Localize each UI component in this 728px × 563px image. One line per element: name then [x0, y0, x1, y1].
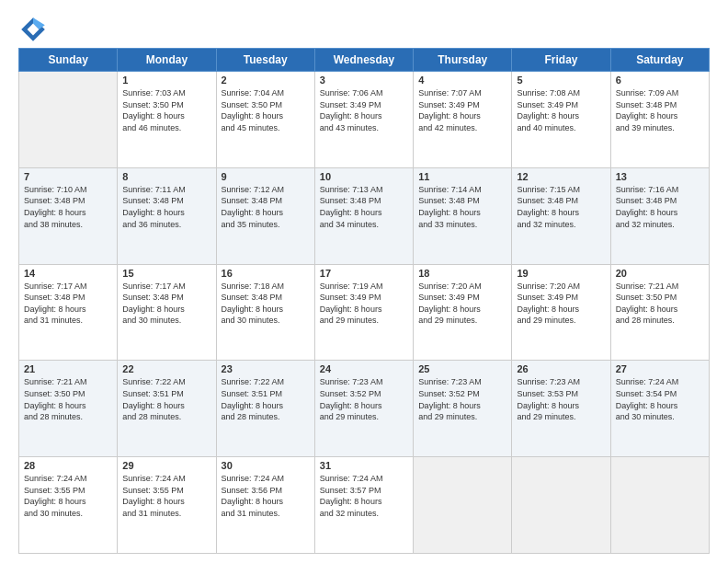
weekday-header-sunday: Sunday — [19, 49, 118, 72]
weekday-header-saturday: Saturday — [610, 49, 709, 72]
calendar-cell: 10Sunrise: 7:13 AM Sunset: 3:48 PM Dayli… — [314, 167, 413, 264]
day-number: 23 — [222, 363, 310, 374]
calendar-cell: 28Sunrise: 7:24 AM Sunset: 3:55 PM Dayli… — [19, 457, 118, 554]
calendar-cell: 6Sunrise: 7:09 AM Sunset: 3:48 PM Daylig… — [610, 72, 709, 168]
calendar-cell: 26Sunrise: 7:23 AM Sunset: 3:53 PM Dayli… — [512, 361, 610, 457]
day-info: Sunrise: 7:23 AM Sunset: 3:53 PM Dayligh… — [517, 376, 605, 422]
day-info: Sunrise: 7:09 AM Sunset: 3:48 PM Dayligh… — [616, 87, 704, 133]
calendar-cell: 3Sunrise: 7:06 AM Sunset: 3:49 PM Daylig… — [314, 72, 413, 168]
day-number: 15 — [122, 268, 210, 279]
day-number: 22 — [122, 363, 210, 374]
day-number: 18 — [418, 268, 506, 279]
calendar-cell: 31Sunrise: 7:24 AM Sunset: 3:57 PM Dayli… — [314, 457, 413, 554]
day-info: Sunrise: 7:22 AM Sunset: 3:51 PM Dayligh… — [222, 376, 310, 422]
calendar-cell: 30Sunrise: 7:24 AM Sunset: 3:56 PM Dayli… — [216, 457, 314, 554]
day-info: Sunrise: 7:08 AM Sunset: 3:49 PM Dayligh… — [517, 87, 605, 133]
calendar-cell — [610, 457, 709, 554]
calendar-cell: 13Sunrise: 7:16 AM Sunset: 3:48 PM Dayli… — [610, 167, 709, 264]
weekday-header-tuesday: Tuesday — [216, 49, 314, 72]
calendar-cell: 29Sunrise: 7:24 AM Sunset: 3:55 PM Dayli… — [118, 457, 216, 554]
day-info: Sunrise: 7:14 AM Sunset: 3:48 PM Dayligh… — [418, 184, 506, 230]
day-info: Sunrise: 7:03 AM Sunset: 3:50 PM Dayligh… — [122, 87, 210, 133]
day-info: Sunrise: 7:04 AM Sunset: 3:50 PM Dayligh… — [222, 87, 310, 133]
day-info: Sunrise: 7:24 AM Sunset: 3:57 PM Dayligh… — [320, 473, 408, 519]
day-info: Sunrise: 7:24 AM Sunset: 3:55 PM Dayligh… — [24, 473, 112, 519]
logo-icon — [18, 15, 48, 44]
day-info: Sunrise: 7:21 AM Sunset: 3:50 PM Dayligh… — [616, 281, 704, 327]
day-number: 8 — [122, 171, 210, 182]
day-number: 29 — [122, 460, 210, 471]
day-number: 2 — [222, 75, 310, 86]
day-number: 17 — [320, 268, 408, 279]
day-number: 3 — [320, 75, 408, 86]
calendar-cell: 19Sunrise: 7:20 AM Sunset: 3:49 PM Dayli… — [512, 264, 610, 361]
calendar-cell: 9Sunrise: 7:12 AM Sunset: 3:48 PM Daylig… — [216, 167, 314, 264]
day-info: Sunrise: 7:18 AM Sunset: 3:48 PM Dayligh… — [222, 281, 310, 327]
calendar-cell: 14Sunrise: 7:17 AM Sunset: 3:48 PM Dayli… — [19, 264, 118, 361]
day-number: 16 — [222, 268, 310, 279]
day-number: 25 — [418, 363, 506, 374]
day-number: 27 — [616, 363, 704, 374]
calendar-cell: 18Sunrise: 7:20 AM Sunset: 3:49 PM Dayli… — [414, 264, 512, 361]
day-info: Sunrise: 7:17 AM Sunset: 3:48 PM Dayligh… — [122, 281, 210, 327]
calendar-cell: 22Sunrise: 7:22 AM Sunset: 3:51 PM Dayli… — [118, 361, 216, 457]
calendar-cell: 7Sunrise: 7:10 AM Sunset: 3:48 PM Daylig… — [19, 167, 118, 264]
day-number: 11 — [418, 171, 506, 182]
day-info: Sunrise: 7:22 AM Sunset: 3:51 PM Dayligh… — [122, 376, 210, 422]
calendar-cell: 27Sunrise: 7:24 AM Sunset: 3:54 PM Dayli… — [610, 361, 709, 457]
day-number: 6 — [616, 75, 704, 86]
day-number: 31 — [320, 460, 408, 471]
day-info: Sunrise: 7:20 AM Sunset: 3:49 PM Dayligh… — [517, 281, 605, 327]
logo — [18, 15, 51, 44]
day-number: 13 — [616, 171, 704, 182]
day-number: 4 — [418, 75, 506, 86]
day-number: 5 — [517, 75, 605, 86]
header — [18, 15, 710, 44]
calendar-cell: 5Sunrise: 7:08 AM Sunset: 3:49 PM Daylig… — [512, 72, 610, 168]
day-info: Sunrise: 7:24 AM Sunset: 3:55 PM Dayligh… — [122, 473, 210, 519]
calendar-cell — [414, 457, 512, 554]
calendar-cell: 21Sunrise: 7:21 AM Sunset: 3:50 PM Dayli… — [19, 361, 118, 457]
calendar-cell: 25Sunrise: 7:23 AM Sunset: 3:52 PM Dayli… — [414, 361, 512, 457]
weekday-header-monday: Monday — [118, 49, 216, 72]
weekday-header-thursday: Thursday — [414, 49, 512, 72]
calendar-cell — [19, 72, 118, 168]
day-number: 14 — [24, 268, 112, 279]
weekday-header-friday: Friday — [512, 49, 610, 72]
day-info: Sunrise: 7:23 AM Sunset: 3:52 PM Dayligh… — [320, 376, 408, 422]
day-number: 24 — [320, 363, 408, 374]
day-info: Sunrise: 7:13 AM Sunset: 3:48 PM Dayligh… — [320, 184, 408, 230]
day-info: Sunrise: 7:12 AM Sunset: 3:48 PM Dayligh… — [222, 184, 310, 230]
calendar-cell: 8Sunrise: 7:11 AM Sunset: 3:48 PM Daylig… — [118, 167, 216, 264]
day-number: 19 — [517, 268, 605, 279]
calendar-cell: 15Sunrise: 7:17 AM Sunset: 3:48 PM Dayli… — [118, 264, 216, 361]
calendar-cell: 20Sunrise: 7:21 AM Sunset: 3:50 PM Dayli… — [610, 264, 709, 361]
day-info: Sunrise: 7:20 AM Sunset: 3:49 PM Dayligh… — [418, 281, 506, 327]
day-info: Sunrise: 7:21 AM Sunset: 3:50 PM Dayligh… — [24, 376, 112, 422]
calendar-cell: 12Sunrise: 7:15 AM Sunset: 3:48 PM Dayli… — [512, 167, 610, 264]
calendar-cell: 1Sunrise: 7:03 AM Sunset: 3:50 PM Daylig… — [118, 72, 216, 168]
day-info: Sunrise: 7:19 AM Sunset: 3:49 PM Dayligh… — [320, 281, 408, 327]
calendar-cell: 11Sunrise: 7:14 AM Sunset: 3:48 PM Dayli… — [414, 167, 512, 264]
day-info: Sunrise: 7:15 AM Sunset: 3:48 PM Dayligh… — [517, 184, 605, 230]
day-info: Sunrise: 7:11 AM Sunset: 3:48 PM Dayligh… — [122, 184, 210, 230]
calendar-cell: 16Sunrise: 7:18 AM Sunset: 3:48 PM Dayli… — [216, 264, 314, 361]
day-number: 30 — [222, 460, 310, 471]
calendar-cell: 24Sunrise: 7:23 AM Sunset: 3:52 PM Dayli… — [314, 361, 413, 457]
day-number: 28 — [24, 460, 112, 471]
calendar-cell: 23Sunrise: 7:22 AM Sunset: 3:51 PM Dayli… — [216, 361, 314, 457]
calendar-table: SundayMondayTuesdayWednesdayThursdayFrid… — [18, 48, 710, 554]
day-number: 10 — [320, 171, 408, 182]
calendar-cell: 2Sunrise: 7:04 AM Sunset: 3:50 PM Daylig… — [216, 72, 314, 168]
day-number: 9 — [222, 171, 310, 182]
day-info: Sunrise: 7:06 AM Sunset: 3:49 PM Dayligh… — [320, 87, 408, 133]
day-number: 12 — [517, 171, 605, 182]
day-number: 26 — [517, 363, 605, 374]
calendar-cell: 4Sunrise: 7:07 AM Sunset: 3:49 PM Daylig… — [414, 72, 512, 168]
day-number: 21 — [24, 363, 112, 374]
day-info: Sunrise: 7:07 AM Sunset: 3:49 PM Dayligh… — [418, 87, 506, 133]
calendar-cell: 17Sunrise: 7:19 AM Sunset: 3:49 PM Dayli… — [314, 264, 413, 361]
calendar-cell — [512, 457, 610, 554]
day-info: Sunrise: 7:24 AM Sunset: 3:54 PM Dayligh… — [616, 376, 704, 422]
day-number: 20 — [616, 268, 704, 279]
